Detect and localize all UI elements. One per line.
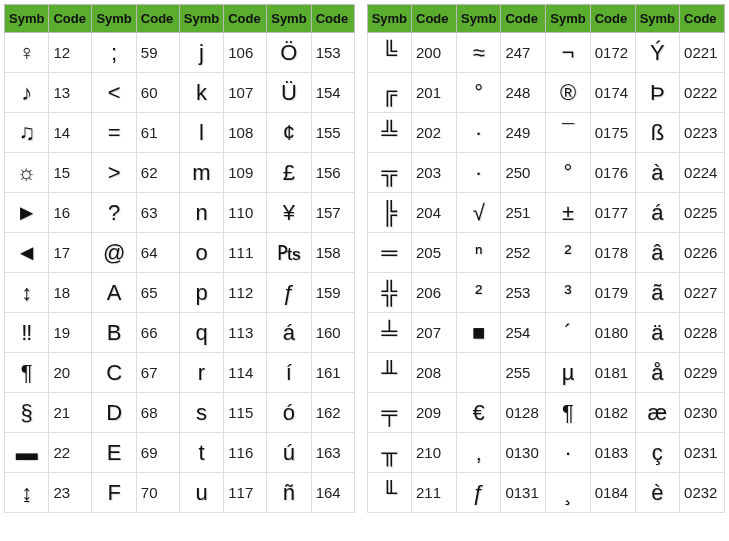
table-row: ═205ⁿ252²0178â0226 xyxy=(367,233,724,273)
table-row: §21D68s115ó162 xyxy=(5,393,355,433)
symbol-cell: ╦ xyxy=(367,153,411,193)
symbol-cell: ² xyxy=(546,233,590,273)
symbol-cell: ß xyxy=(635,113,679,153)
code-cell: 117 xyxy=(224,473,267,513)
col-header-code: Code xyxy=(412,5,457,33)
symbol-cell: ► xyxy=(5,193,49,233)
col-header-symb: Symb xyxy=(546,5,590,33)
table-row: ╤209€0128¶0182æ0230 xyxy=(367,393,724,433)
symbol-cell: q xyxy=(179,313,223,353)
table-row: ╧207■254´0180ä0228 xyxy=(367,313,724,353)
table-row: ♀12;59j106Ö153 xyxy=(5,33,355,73)
code-cell: 0175 xyxy=(590,113,635,153)
symbol-cell: ó xyxy=(267,393,311,433)
col-header-code: Code xyxy=(136,5,179,33)
code-cell: 0223 xyxy=(680,113,725,153)
symbol-cell: > xyxy=(92,153,136,193)
symbol-cell: r xyxy=(179,353,223,393)
symbol-cell: = xyxy=(92,113,136,153)
code-cell: 159 xyxy=(311,273,354,313)
table-header-row: SymbCodeSymbCodeSymbCodeSymbCode xyxy=(367,5,724,33)
symbol-cell: ? xyxy=(92,193,136,233)
code-cell: 68 xyxy=(136,393,179,433)
symbol-cell: € xyxy=(456,393,500,433)
table-row: ↨23F70u117ñ164 xyxy=(5,473,355,513)
code-cell: 156 xyxy=(311,153,354,193)
symbol-cell: ¶ xyxy=(5,353,49,393)
col-header-symb: Symb xyxy=(635,5,679,33)
code-cell: 110 xyxy=(224,193,267,233)
symbol-cell: ↨ xyxy=(5,473,49,513)
col-header-code: Code xyxy=(49,5,92,33)
code-cell: 0226 xyxy=(680,233,725,273)
symbol-cell: ╠ xyxy=(367,193,411,233)
symbol-cell: p xyxy=(179,273,223,313)
code-cell: 203 xyxy=(412,153,457,193)
table-row: ►16?63n110¥157 xyxy=(5,193,355,233)
code-cell: 0183 xyxy=(590,433,635,473)
symbol-cell: ç xyxy=(635,433,679,473)
code-cell: 18 xyxy=(49,273,92,313)
symbol-cell: ± xyxy=(546,193,590,233)
col-header-code: Code xyxy=(224,5,267,33)
code-cell: 0182 xyxy=(590,393,635,433)
symbol-cell: n xyxy=(179,193,223,233)
code-cell: 157 xyxy=(311,193,354,233)
symbol-cell: @ xyxy=(92,233,136,273)
code-cell: 0180 xyxy=(590,313,635,353)
code-cell: 202 xyxy=(412,113,457,153)
code-cell: 155 xyxy=(311,113,354,153)
code-cell: 253 xyxy=(501,273,546,313)
code-cell: 0130 xyxy=(501,433,546,473)
symbol-cell: £ xyxy=(267,153,311,193)
code-cell: 210 xyxy=(412,433,457,473)
code-cell: 23 xyxy=(49,473,92,513)
symbol-cell: ¶ xyxy=(546,393,590,433)
code-cell: 17 xyxy=(49,233,92,273)
code-cell: 160 xyxy=(311,313,354,353)
col-header-symb: Symb xyxy=(92,5,136,33)
symbol-cell: ° xyxy=(546,153,590,193)
table-row: ↕18A65p112ƒ159 xyxy=(5,273,355,313)
col-header-code: Code xyxy=(311,5,354,33)
symbol-cell: ² xyxy=(456,273,500,313)
code-cell: 111 xyxy=(224,233,267,273)
symbol-cell: C xyxy=(92,353,136,393)
table-row: ╠204√251±0177á0225 xyxy=(367,193,724,233)
code-cell: 255 xyxy=(501,353,546,393)
col-header-symb: Symb xyxy=(456,5,500,33)
code-cell: 251 xyxy=(501,193,546,233)
symbol-cell: B xyxy=(92,313,136,353)
col-header-symb: Symb xyxy=(367,5,411,33)
code-cell: 112 xyxy=(224,273,267,313)
code-cell: 12 xyxy=(49,33,92,73)
symbol-cell: l xyxy=(179,113,223,153)
symbol-cell: ° xyxy=(456,73,500,113)
code-cell: 164 xyxy=(311,473,354,513)
col-header-code: Code xyxy=(680,5,725,33)
table-row: ╥210‚0130·0183ç0231 xyxy=(367,433,724,473)
code-cell: 66 xyxy=(136,313,179,353)
symbol-cell: o xyxy=(179,233,223,273)
symbol-cell: m xyxy=(179,153,223,193)
symbol-cell: ¸ xyxy=(546,473,590,513)
table-row: ╬206²253³0179ã0227 xyxy=(367,273,724,313)
code-cell: 22 xyxy=(49,433,92,473)
code-cell: 0231 xyxy=(680,433,725,473)
code-cell: 0176 xyxy=(590,153,635,193)
symbol-cell: u xyxy=(179,473,223,513)
col-header-symb: Symb xyxy=(5,5,49,33)
code-cell: 0227 xyxy=(680,273,725,313)
table-row: ♫14=61l108¢155 xyxy=(5,113,355,153)
symbol-cell: ♫ xyxy=(5,113,49,153)
code-cell: 65 xyxy=(136,273,179,313)
code-cell: 69 xyxy=(136,433,179,473)
symbol-cell: ã xyxy=(635,273,679,313)
code-cell: 61 xyxy=(136,113,179,153)
code-cell: 154 xyxy=(311,73,354,113)
code-cell: 0172 xyxy=(590,33,635,73)
table-header-row: SymbCodeSymbCodeSymbCodeSymbCode xyxy=(5,5,355,33)
symbol-cell: ¬ xyxy=(546,33,590,73)
code-cell: 207 xyxy=(412,313,457,353)
table-row: ♪13<60k107Ü154 xyxy=(5,73,355,113)
